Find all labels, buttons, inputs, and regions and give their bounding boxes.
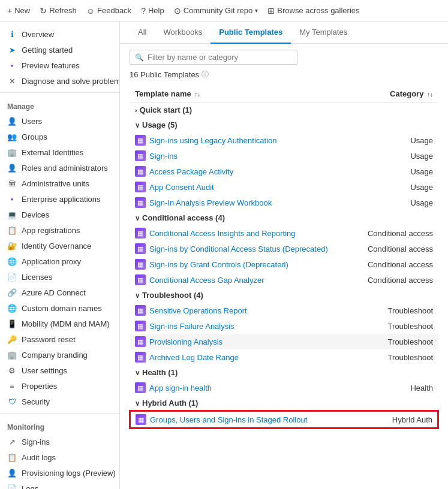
sidebar-item-custom-domains[interactable]: 🌐 Custom domain names xyxy=(0,300,119,316)
sidebar-item-diagnose[interactable]: ✕ Diagnose and solve problems xyxy=(0,73,119,89)
table-row: ▦ Sign-In Analysis Preview Workbook Usag… xyxy=(130,195,438,210)
template-link[interactable]: Groups, Users and Sign-ins in Staged Rol… xyxy=(150,415,307,424)
sidebar-item-enterprise-apps[interactable]: ▪ Enterprise applications xyxy=(0,191,119,207)
toolbar-new[interactable]: + New xyxy=(7,6,30,16)
group-row[interactable]: ∨Usage (5) xyxy=(130,117,438,132)
toolbar-help[interactable]: ? Help xyxy=(141,6,164,16)
tab-all[interactable]: All xyxy=(130,22,155,44)
template-name-cell: ▦ Archived Log Date Range xyxy=(130,349,354,365)
sidebar-item-password-reset[interactable]: 🔑 Password reset xyxy=(0,331,119,347)
prov-logs-icon: 👤 xyxy=(7,468,17,478)
template-name-cell: ▦ Conditional Access Insights and Report… xyxy=(130,225,354,241)
sidebar-item-properties[interactable]: ≡ Properties xyxy=(0,378,119,394)
sidebar-item-groups[interactable]: 👥 Groups xyxy=(0,129,119,144)
content-inner: 🔍 16 Public Templates ⓘ Template name ↑↓ xyxy=(120,44,448,434)
template-link[interactable]: Conditional Access Gap Analyzer xyxy=(149,276,264,285)
template-icon: ▦ xyxy=(136,414,146,425)
tab-public-templates[interactable]: Public Templates xyxy=(211,22,291,44)
sidebar-item-logs[interactable]: 📄 Logs xyxy=(0,481,119,489)
toolbar-browse[interactable]: ⊞ Browse across galleries xyxy=(267,6,359,16)
template-category-cell: Usage xyxy=(354,132,438,148)
sidebar-item-sign-ins[interactable]: ↗ Sign-ins xyxy=(0,434,119,449)
sidebar-item-licenses[interactable]: 📄 Licenses xyxy=(0,269,119,285)
external-icon: 🏢 xyxy=(7,147,17,157)
template-category-cell: Usage xyxy=(354,195,438,210)
toolbar-git[interactable]: ⊙ Community Git repo ▾ xyxy=(174,6,258,16)
template-name-cell: ▦ Provisioning Analysis xyxy=(130,334,354,349)
sidebar-item-user-settings[interactable]: ⚙ User settings xyxy=(0,363,119,378)
template-link[interactable]: Conditional Access Insights and Reportin… xyxy=(149,229,296,238)
content-area: All Workbooks Public Templates My Templa… xyxy=(120,22,448,489)
template-name-cell: ▦ Sign-ins xyxy=(130,148,354,164)
template-category-cell: Usage xyxy=(354,164,438,179)
ad-connect-icon: 🔗 xyxy=(7,288,17,297)
template-link[interactable]: Sign-ins Failure Analysis xyxy=(149,322,234,331)
sidebar-item-security[interactable]: 🛡 Security xyxy=(0,394,119,409)
sidebar-item-preview-features-label: Preview features xyxy=(22,61,80,70)
group-row-cell: ∨Hybrid Auth (1) xyxy=(130,396,438,411)
new-icon: + xyxy=(7,6,12,16)
sidebar-item-mobility[interactable]: 📱 Mobility (MDM and MAM) xyxy=(0,316,119,331)
toolbar-refresh[interactable]: ↻ Refresh xyxy=(40,6,77,16)
tab-workbooks[interactable]: Workbooks xyxy=(155,22,211,44)
table-row: ▦ Archived Log Date Range Troubleshoot xyxy=(130,349,438,365)
sidebar-item-users[interactable]: 👤 Users xyxy=(0,113,119,129)
template-category-cell: Conditional access xyxy=(354,256,438,272)
col-header-category[interactable]: Category ↑↓ xyxy=(354,86,438,102)
sidebar-item-external-identities[interactable]: 🏢 External Identities xyxy=(0,144,119,160)
sidebar-item-getting-started[interactable]: ➤ Getting started xyxy=(0,42,119,58)
group-row[interactable]: ›Quick start (1) xyxy=(130,102,438,118)
template-link[interactable]: App Consent Audit xyxy=(149,183,214,192)
info-icon[interactable]: ⓘ xyxy=(202,70,209,80)
group-row[interactable]: ∨Hybrid Auth (1) xyxy=(130,396,438,411)
sidebar-item-roles[interactable]: 👤 Roles and administrators xyxy=(0,160,119,176)
sidebar-divider-2 xyxy=(0,413,119,413)
table-row: ▦ Sensitive Operations Report Troublesho… xyxy=(130,303,438,318)
template-icon: ▦ xyxy=(135,336,146,347)
template-link[interactable]: Access Package Activity xyxy=(149,167,233,176)
template-icon: ▦ xyxy=(135,150,146,161)
group-row[interactable]: ∨Troubleshoot (4) xyxy=(130,288,438,303)
group-row-cell: ∨Troubleshoot (4) xyxy=(130,288,438,303)
template-link[interactable]: App sign-in health xyxy=(149,384,212,393)
template-link[interactable]: Sign-ins by Grant Controls (Deprecated) xyxy=(149,260,288,269)
template-link[interactable]: Archived Log Date Range xyxy=(149,353,239,362)
sidebar-item-audit-logs[interactable]: 📋 Audit logs xyxy=(0,449,119,465)
template-name-cell: ▦ App sign-in health xyxy=(130,380,354,396)
template-link[interactable]: Sign-ins by Conditional Access Status (D… xyxy=(149,244,328,253)
mobility-icon: 📱 xyxy=(7,319,17,328)
group-row[interactable]: ∨Conditional access (4) xyxy=(130,210,438,225)
sidebar-item-app-proxy[interactable]: 🌐 Application proxy xyxy=(0,253,119,269)
template-link[interactable]: Provisioning Analysis xyxy=(149,337,223,346)
template-link[interactable]: Sign-In Analysis Preview Workbook xyxy=(149,198,272,207)
browse-icon: ⊞ xyxy=(267,6,275,16)
template-category-cell: Conditional access xyxy=(354,225,438,241)
tab-my-templates[interactable]: My Templates xyxy=(291,22,356,44)
table-row: ▦ Sign-ins Failure Analysis Troubleshoot xyxy=(130,318,438,334)
sidebar-item-app-registrations[interactable]: 📋 App registrations xyxy=(0,222,119,238)
sidebar-item-app-registrations-label: App registrations xyxy=(22,226,80,235)
sidebar-item-security-label: Security xyxy=(22,397,50,406)
toolbar-help-label: Help xyxy=(148,6,164,15)
group-row[interactable]: ∨Health (1) xyxy=(130,365,438,380)
template-name-cell: ▦ Sensitive Operations Report xyxy=(130,303,354,318)
search-input[interactable] xyxy=(148,53,292,62)
info-icon: ℹ xyxy=(7,29,17,39)
sidebar-item-admin-units[interactable]: 🏛 Administrative units xyxy=(0,176,119,191)
template-icon: ▦ xyxy=(135,321,146,331)
toolbar-feedback[interactable]: ☺ Feedback xyxy=(86,6,131,16)
sidebar-item-azure-ad-connect[interactable]: 🔗 Azure AD Connect xyxy=(0,285,119,300)
template-link[interactable]: Sign-ins xyxy=(149,152,178,161)
sidebar-item-devices[interactable]: 💻 Devices xyxy=(0,207,119,222)
template-link[interactable]: Sign-ins using Legacy Authentication xyxy=(149,136,276,145)
sidebar-item-company-branding[interactable]: 🏢 Company branding xyxy=(0,347,119,363)
search-bar[interactable]: 🔍 xyxy=(130,50,297,65)
col-header-name[interactable]: Template name ↑↓ xyxy=(130,86,354,102)
sidebar-item-preview-features[interactable]: ▪ Preview features xyxy=(0,58,119,73)
sidebar-item-provisioning-logs[interactable]: 👤 Provisioning logs (Preview) xyxy=(0,465,119,481)
group-row-cell: ∨Usage (5) xyxy=(130,117,438,132)
sidebar-item-overview[interactable]: ℹ Overview xyxy=(0,26,119,42)
manage-section-label: Manage xyxy=(0,96,119,113)
sidebar-item-identity-governance[interactable]: 🔐 Identity Governance xyxy=(0,238,119,253)
template-link[interactable]: Sensitive Operations Report xyxy=(149,306,247,315)
